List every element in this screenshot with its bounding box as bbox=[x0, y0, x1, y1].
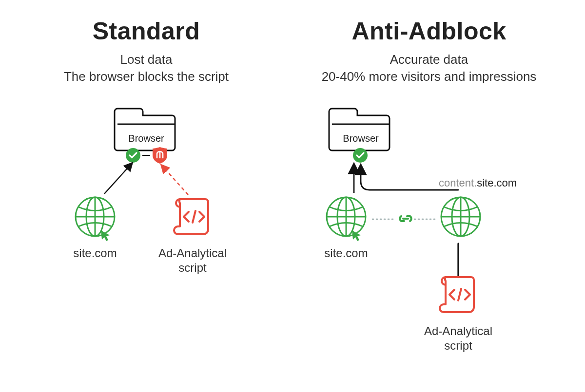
standard-title: Standard bbox=[39, 17, 254, 45]
antiadblock-sub-line1: Accurate data bbox=[292, 51, 566, 68]
svg-line-8 bbox=[162, 166, 188, 195]
diagram-canvas: Standard Lost data The browser blocks th… bbox=[0, 0, 585, 392]
script-code-icon bbox=[168, 192, 217, 241]
globe-icon bbox=[71, 192, 119, 241]
arrow-site-to-browser bbox=[98, 160, 141, 199]
standard-sub-line2: The browser blocks the script bbox=[39, 68, 254, 85]
standard-subtitle: Lost data The browser blocks the script bbox=[39, 51, 254, 85]
standard-script-label: Ad-Analytical script bbox=[156, 246, 229, 275]
folder-icon bbox=[110, 105, 183, 158]
arrow-script-to-browser-blocked bbox=[151, 161, 195, 200]
script-code-icon bbox=[434, 270, 483, 319]
standard-site-label: site.com bbox=[58, 246, 132, 261]
standard-sub-line1: Lost data bbox=[39, 51, 254, 68]
antiadblock-subtitle: Accurate data 20-40% more visitors and i… bbox=[292, 51, 566, 85]
badge-connector bbox=[142, 155, 150, 156]
standard-browser-label: Browser bbox=[110, 133, 183, 144]
antiadblock-script-label-l2: script bbox=[422, 338, 495, 353]
standard-script-label-l2: script bbox=[156, 261, 229, 275]
svg-line-7 bbox=[104, 164, 132, 194]
antiadblock-script-label: Ad-Analytical script bbox=[422, 324, 495, 353]
arrow-site-to-browser-right bbox=[341, 161, 370, 195]
antiadblock-sub-line2: 20-40% more visitors and impressions bbox=[292, 68, 566, 85]
antiadblock-browser-label: Browser bbox=[324, 133, 397, 144]
antiadblock-title: Anti-Adblock bbox=[302, 17, 556, 45]
antiadblock-script-label-l1: Ad-Analytical bbox=[422, 324, 495, 338]
standard-script-label-l1: Ad-Analytical bbox=[156, 246, 229, 261]
